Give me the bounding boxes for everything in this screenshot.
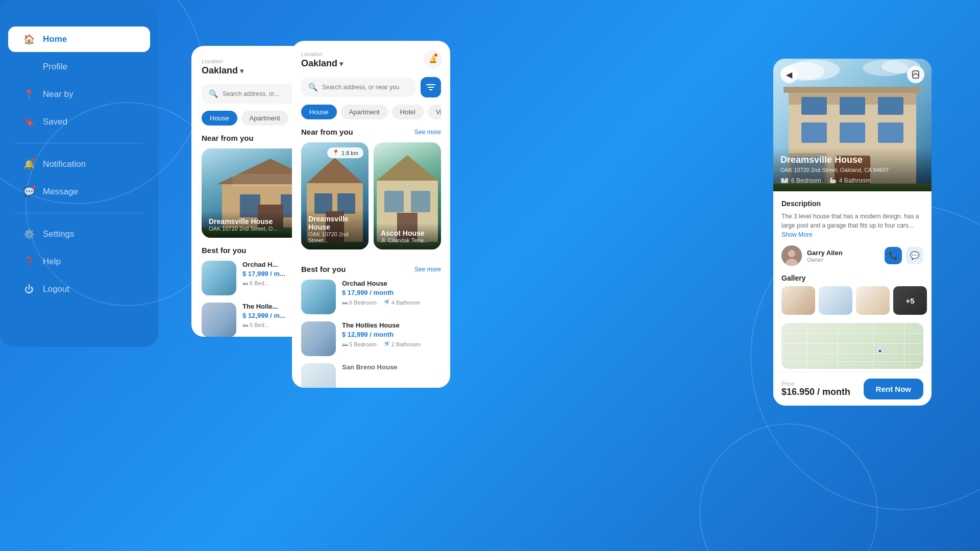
- sidebar-item-home[interactable]: 🏠 Home: [8, 27, 150, 52]
- ml-tab-apartment[interactable]: Apartment: [241, 111, 288, 126]
- mp-tab-house[interactable]: House: [301, 105, 337, 119]
- rp-save-button[interactable]: [907, 66, 924, 83]
- map-line-v3: [873, 323, 874, 369]
- bell-notification-dot: [434, 53, 438, 57]
- mp-featured-info-1: Dreamsville House OAK 10720 2nd Street..…: [301, 209, 369, 249]
- map-line-h4: [781, 361, 923, 362]
- svg-rect-45: [830, 178, 832, 180]
- mp-see-all[interactable]: See more: [414, 129, 441, 136]
- sidebar-item-saved[interactable]: 🔖 Saved: [8, 109, 150, 135]
- mp-thumb-bg-2: [301, 321, 336, 356]
- mp-distance-text: 1.8 km: [341, 150, 358, 156]
- rp-chat-button[interactable]: 💬: [906, 247, 923, 264]
- rp-gallery-item-2[interactable]: [819, 286, 852, 315]
- ml-listing-thumb-2: [202, 303, 236, 337]
- bookmark-icon: [912, 70, 920, 79]
- mp-thumb-bg-3: [301, 363, 336, 388]
- svg-rect-34: [783, 87, 921, 93]
- home-icon: 🏠: [23, 34, 35, 45]
- svg-rect-25: [801, 97, 827, 115]
- sidebar-item-label: Settings: [43, 229, 74, 239]
- rp-owner-role: Owner: [807, 257, 879, 263]
- rp-gallery-item-4[interactable]: +5: [893, 286, 927, 315]
- rp-back-button[interactable]: ◀: [780, 66, 798, 83]
- sidebar-item-help[interactable]: ❓ Help: [8, 249, 150, 274]
- svg-marker-17: [377, 155, 438, 181]
- ml-search-icon: 🔍: [209, 89, 218, 98]
- mp-featured-title-1: Dreamsville House: [308, 215, 361, 231]
- filter-icon: [426, 84, 435, 91]
- mp-tab-villa[interactable]: Villa: [428, 105, 441, 119]
- notification-icon: 🔔: [23, 159, 35, 170]
- mp-best-see-all[interactable]: See more: [414, 266, 441, 273]
- sidebar-item-notification[interactable]: 🔔 Notification: [8, 152, 150, 177]
- mp-featured-info-2: Ascot House Jl. Cilandak Tena...: [374, 223, 441, 249]
- mp-tab-apartment[interactable]: Apartment: [341, 105, 388, 119]
- sidebar-item-label: Saved: [43, 117, 67, 127]
- ml-near-title: Near from you: [202, 134, 254, 142]
- svg-marker-11: [307, 158, 363, 183]
- ml-tab-house[interactable]: House: [202, 111, 237, 126]
- rp-show-more[interactable]: Show More: [781, 231, 813, 238]
- mp-location-row[interactable]: Oakland ▾: [301, 58, 441, 69]
- rp-gallery-count: +5: [893, 286, 927, 315]
- mp-listing-thumb-1: [301, 280, 336, 314]
- sidebar-item-label: Home: [43, 34, 67, 44]
- sidebar-item-settings[interactable]: ⚙️ Settings: [8, 221, 150, 247]
- mp-featured-card-1[interactable]: Dreamsville House OAK 10720 2nd Street..…: [301, 142, 369, 249]
- rp-owner-info: Garry Allen Owner: [807, 249, 879, 263]
- svg-rect-27: [878, 97, 903, 115]
- mp-best-title: Best for you: [301, 265, 346, 273]
- mp-listing-2[interactable]: The Hollies House $ 12,999 / month 🛏 5 B…: [301, 321, 441, 356]
- mp-listing-1[interactable]: Orchad House $ 17,999 / month 🛏 6 Bedroo…: [301, 280, 441, 314]
- notification-bell-button[interactable]: 🔔: [424, 50, 442, 68]
- rp-price-label: Price: [781, 381, 850, 387]
- sidebar-item-label: Profile: [43, 62, 67, 72]
- ml-bedroom-icon-1: 🛏 6 Bed...: [242, 280, 269, 286]
- svg-rect-44: [830, 180, 836, 183]
- rp-footer: Price $16.950 / month Rent Now: [773, 372, 932, 406]
- sidebar-item-label: Logout: [43, 284, 69, 294]
- mp-search-input[interactable]: [322, 84, 408, 91]
- mp-listing-name-1: Orchad House: [342, 280, 441, 287]
- notification-badge: [32, 158, 36, 162]
- message-badge: [32, 185, 36, 189]
- svg-point-47: [788, 250, 795, 257]
- rp-house-address: OAK 10720 2nd Street, Oakland, CA 94607: [780, 167, 924, 173]
- saved-icon: 🔖: [23, 116, 35, 128]
- mp-filter-button[interactable]: [421, 77, 441, 97]
- mp-search-row: 🔍: [301, 77, 441, 97]
- bed-icon: [780, 178, 789, 184]
- rp-gallery-grid: +5: [781, 286, 923, 315]
- sidebar-item-logout[interactable]: ⏻ Logout: [8, 277, 150, 302]
- rp-gallery-title: Gallery: [781, 274, 923, 282]
- mp-listing-3[interactable]: San Breno House: [301, 363, 441, 388]
- rp-map-preview[interactable]: [781, 323, 923, 369]
- sidebar-item-profile[interactable]: 👤 Profile: [8, 54, 150, 80]
- ml-location-name: Oakland: [202, 65, 238, 76]
- rp-phone-button[interactable]: 📞: [885, 247, 902, 264]
- mp-listing-meta-1: 🛏 6 Bedroom 🚿 4 Bathroom: [342, 299, 441, 306]
- settings-icon: ⚙️: [23, 229, 35, 240]
- ml-thumb-bg-2: [202, 303, 236, 337]
- rp-bedroom-meta: 6 Bedroom: [780, 177, 821, 184]
- nav-divider-1: [15, 143, 143, 143]
- sidebar-item-message[interactable]: 💬 Message: [8, 179, 150, 205]
- rp-gallery-item-1[interactable]: [781, 286, 815, 315]
- mp-listing-info-2: The Hollies House $ 12,999 / month 🛏 5 B…: [342, 321, 441, 347]
- rp-owner-name: Garry Allen: [807, 249, 879, 257]
- sidebar-item-nearby[interactable]: 📍 Near by: [8, 82, 150, 107]
- mp-tab-hotel[interactable]: Hotel: [392, 105, 424, 119]
- map-line-v1: [807, 323, 807, 369]
- rp-hero: ◀ Dreamsville House OAK 10720 2nd Street…: [773, 59, 932, 191]
- rp-rent-now-button[interactable]: Rent Now: [864, 379, 923, 399]
- rp-bathroom-meta: 4 Bathroom: [829, 177, 871, 184]
- mp-featured-card-2[interactable]: Ascot House Jl. Cilandak Tena...: [374, 142, 441, 249]
- mp-listing-price-1: $ 17,999 / month: [342, 289, 441, 296]
- rp-gallery-item-3[interactable]: [856, 286, 890, 315]
- map-line-v2: [838, 323, 838, 369]
- ml-best-title: Best for you: [202, 246, 247, 255]
- logout-icon: ⏻: [23, 284, 35, 295]
- rp-desc-title: Description: [781, 199, 923, 208]
- svg-rect-42: [781, 178, 784, 181]
